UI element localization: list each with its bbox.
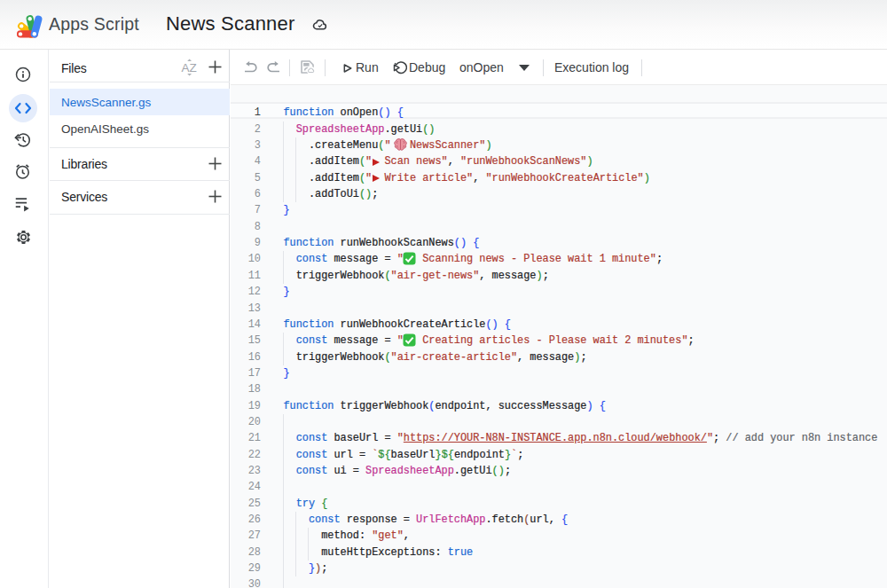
svg-text:AZ: AZ	[182, 61, 197, 74]
